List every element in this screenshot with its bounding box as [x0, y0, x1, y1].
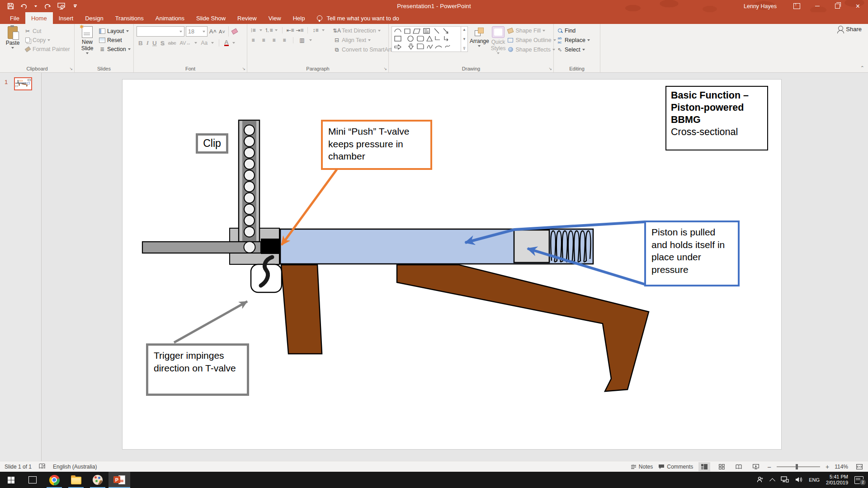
restore-icon[interactable] — [827, 0, 848, 12]
shapes-gallery[interactable]: ▲ ▼ ⊽ — [392, 26, 468, 52]
clear-formatting-icon[interactable] — [231, 28, 238, 35]
qat-customize-icon[interactable] — [71, 2, 79, 10]
arrange-button[interactable]: Arrange — [470, 26, 489, 64]
input-language[interactable]: ENG — [809, 477, 820, 483]
align-center-icon[interactable]: ≡ — [260, 37, 267, 43]
trigger-callout-box[interactable]: Trigger impinges direction on T-valve — [146, 343, 249, 396]
start-button[interactable] — [0, 472, 22, 488]
bold-button[interactable]: B — [138, 40, 143, 47]
tab-review[interactable]: Review — [231, 12, 263, 24]
format-painter-button[interactable]: Format Painter — [24, 45, 70, 53]
line-spacing-icon[interactable]: ↕≡ — [312, 27, 319, 33]
font-size-combobox[interactable]: 18 — [186, 26, 208, 37]
clip-label-box[interactable]: Clip — [196, 133, 228, 154]
gallery-down-icon[interactable]: ▼ — [462, 37, 466, 41]
piston-callout-box[interactable]: Piston is pulled and holds itself in pla… — [644, 221, 740, 286]
align-left-icon[interactable]: ≡ — [250, 37, 256, 43]
font-name-combobox[interactable] — [137, 26, 184, 37]
copy-button[interactable]: Copy — [24, 36, 70, 44]
shrink-font-icon[interactable]: A˅ — [218, 28, 226, 35]
notes-button[interactable]: Notes — [631, 464, 653, 470]
tab-slideshow[interactable]: Slide Show — [190, 12, 231, 24]
redo-icon[interactable] — [43, 2, 51, 10]
close-icon[interactable]: × — [848, 0, 868, 12]
replace-button[interactable]: abacReplace — [557, 36, 590, 44]
save-icon[interactable] — [6, 2, 14, 10]
bullets-icon[interactable]: ⁝≡ — [250, 27, 256, 33]
tab-view[interactable]: View — [263, 12, 287, 24]
powerpoint-button[interactable]: P — [108, 472, 130, 488]
piston[interactable] — [514, 230, 549, 263]
zoom-in-icon[interactable]: + — [826, 463, 829, 470]
share-button[interactable]: Share — [838, 26, 862, 33]
tab-home[interactable]: Home — [25, 12, 53, 24]
slide-indicator[interactable]: Slide 1 of 1 — [5, 464, 32, 470]
minimize-icon[interactable] — [807, 0, 827, 12]
section-button[interactable]: ≣Section — [99, 45, 131, 53]
quick-styles-button[interactable]: Quick Styles — [491, 26, 506, 64]
front-grip[interactable] — [281, 265, 322, 354]
shape-outline-button[interactable]: Shape Outline — [507, 36, 556, 44]
italic-button[interactable]: I — [146, 39, 149, 47]
align-text-button[interactable]: ⊟Align Text — [334, 36, 396, 44]
font-color-button[interactable]: A — [224, 40, 229, 46]
character-spacing-button[interactable]: AV↔ — [180, 40, 191, 46]
columns-icon[interactable]: ▥ — [299, 37, 305, 43]
find-button[interactable]: Find — [557, 27, 590, 34]
paste-button[interactable]: Paste — [3, 26, 23, 64]
gallery-up-icon[interactable]: ▲ — [462, 28, 466, 32]
text-shadow-button[interactable]: S — [160, 40, 165, 47]
rear-stock[interactable] — [397, 265, 649, 391]
view-sorter-icon[interactable] — [716, 462, 727, 471]
reset-button[interactable]: Reset — [99, 36, 131, 44]
tab-transitions[interactable]: Transitions — [109, 12, 150, 24]
speaker-icon[interactable] — [795, 477, 802, 483]
slide-canvas[interactable]: Basic Function – Piston-powered BBMG Cro… — [123, 80, 781, 449]
paint-button[interactable] — [87, 472, 108, 488]
paragraph-dialog-launcher-icon[interactable]: ↘ — [383, 66, 387, 71]
strikethrough-button[interactable]: abc — [168, 40, 176, 46]
taskbar-clock[interactable]: 5:41 PM 2/01/2019 — [826, 474, 848, 486]
collapse-ribbon-icon[interactable]: ⌃ — [860, 65, 864, 71]
cut-button[interactable]: ✂Cut — [24, 27, 70, 35]
justify-icon[interactable]: ≡ — [281, 37, 288, 43]
action-center-icon[interactable]: 2 — [854, 476, 863, 484]
valve-callout-box[interactable]: Mini “Push” T-valve keeps pressure in ch… — [321, 120, 432, 170]
ribbon-display-options-icon[interactable] — [787, 0, 807, 12]
layout-button[interactable]: Layout — [99, 27, 131, 35]
tab-design[interactable]: Design — [79, 12, 109, 24]
new-slide-button[interactable]: New Slide — [77, 26, 97, 64]
text-direction-button[interactable]: ⇅AText Direction — [334, 27, 396, 34]
zoom-level[interactable]: 114% — [835, 464, 848, 470]
tab-insert[interactable]: Insert — [53, 12, 80, 24]
undo-icon[interactable] — [20, 2, 28, 10]
grow-font-icon[interactable]: A˄ — [209, 28, 217, 35]
tab-file[interactable]: File — [4, 12, 25, 24]
spellcheck-book-icon[interactable] — [39, 463, 46, 470]
chrome-button[interactable] — [43, 472, 65, 488]
tray-chevron-icon[interactable] — [769, 478, 775, 484]
slide-title-box[interactable]: Basic Function – Piston-powered BBMG Cro… — [665, 86, 768, 150]
zoom-out-icon[interactable]: − — [767, 463, 771, 471]
file-explorer-button[interactable] — [65, 472, 87, 488]
align-right-icon[interactable]: ≡ — [271, 37, 277, 43]
language-indicator[interactable]: English (Australia) — [53, 464, 97, 470]
t-valve[interactable] — [261, 239, 279, 254]
view-reading-icon[interactable] — [733, 462, 745, 471]
shape-effects-button[interactable]: Shape Effects — [507, 46, 556, 53]
drawing-dialog-launcher-icon[interactable]: ↘ — [548, 66, 552, 71]
zoom-slider[interactable] — [777, 466, 820, 467]
comments-button[interactable]: Comments — [658, 464, 693, 470]
font-dialog-launcher-icon[interactable]: ↘ — [242, 66, 245, 71]
shape-fill-button[interactable]: Shape Fill — [507, 27, 556, 34]
numbering-icon[interactable]: ⒈≡ — [265, 27, 272, 33]
slide-thumbnail[interactable] — [14, 77, 32, 90]
tell-me-box[interactable]: Tell me what you want to do — [317, 12, 399, 24]
change-case-button[interactable]: Aa — [201, 40, 208, 46]
gallery-more-icon[interactable]: ⊽ — [463, 47, 466, 51]
network-icon[interactable] — [781, 476, 789, 483]
start-slideshow-icon[interactable] — [57, 2, 65, 10]
select-button[interactable]: ⇖Select — [557, 46, 590, 53]
tab-help[interactable]: Help — [287, 12, 311, 24]
clipboard-dialog-launcher-icon[interactable]: ↘ — [69, 66, 73, 71]
